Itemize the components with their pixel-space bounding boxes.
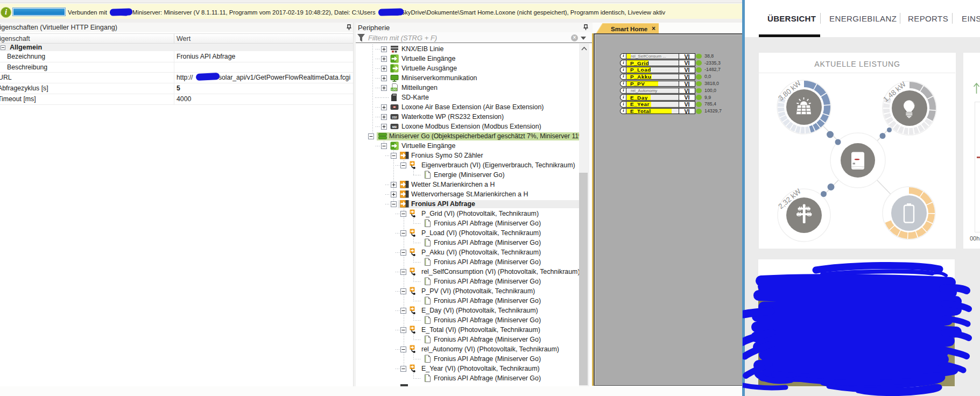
svg-text:232: 232 (392, 116, 397, 119)
svg-text:MB: MB (392, 125, 397, 129)
svg-text:LOG: LOG (391, 88, 397, 91)
